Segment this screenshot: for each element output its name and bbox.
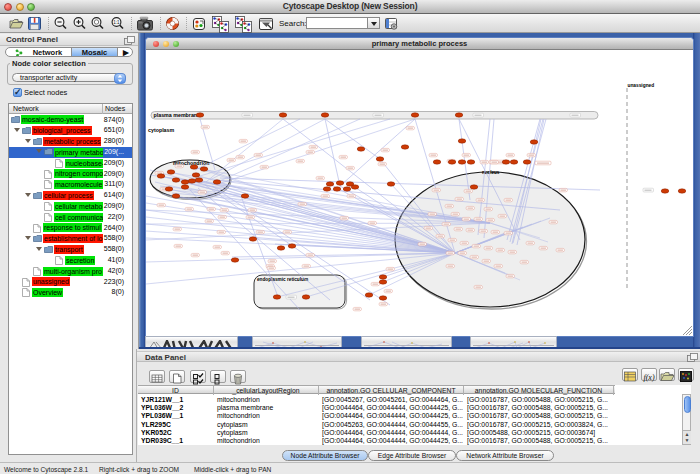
svg-text:endoplasmic reticulum: endoplasmic reticulum	[257, 277, 308, 282]
svg-text:unassigned: unassigned	[628, 83, 655, 88]
svg-text:cytoplasm: cytoplasm	[148, 127, 174, 133]
svg-text:1:1: 1:1	[113, 20, 120, 25]
svg-text:plasma membrane: plasma membrane	[154, 112, 201, 118]
svg-text:f(x): f(x)	[643, 373, 654, 382]
